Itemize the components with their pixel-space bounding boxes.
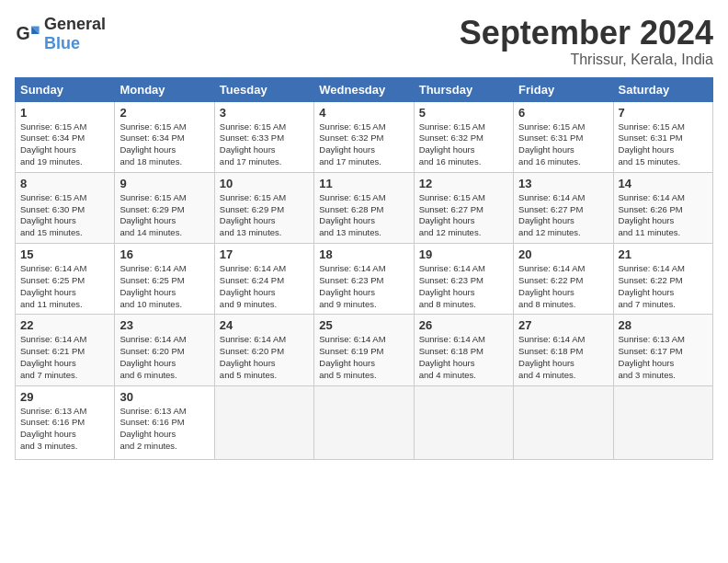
table-row: 21 Sunrise: 6:14 AM Sunset: 6:22 PM Dayl…: [613, 244, 712, 315]
table-row: 26 Sunrise: 6:14 AM Sunset: 6:18 PM Dayl…: [414, 315, 513, 385]
logo-icon: G: [15, 21, 40, 47]
day-number: 25: [319, 318, 408, 332]
day-number: 3: [220, 106, 309, 120]
day-info: Sunrise: 6:13 AM Sunset: 6:17 PM Dayligh…: [619, 334, 708, 381]
table-row: 14 Sunrise: 6:14 AM Sunset: 6:26 PM Dayl…: [613, 172, 712, 243]
day-number: 24: [220, 318, 309, 332]
day-number: 12: [419, 177, 508, 190]
table-row: 30 Sunrise: 6:13 AM Sunset: 6:16 PM Dayl…: [115, 385, 214, 459]
table-row: 10 Sunrise: 6:15 AM Sunset: 6:29 PM Dayl…: [214, 172, 313, 243]
table-row: 22 Sunrise: 6:14 AM Sunset: 6:21 PM Dayl…: [16, 315, 115, 385]
table-row: [613, 385, 712, 459]
day-number: 28: [619, 318, 708, 332]
day-info: Sunrise: 6:14 AM Sunset: 6:22 PM Dayligh…: [518, 263, 608, 310]
day-info: Sunrise: 6:14 AM Sunset: 6:24 PM Dayligh…: [220, 263, 309, 310]
day-info: Sunrise: 6:14 AM Sunset: 6:19 PM Dayligh…: [319, 334, 408, 381]
day-number: 11: [319, 177, 408, 190]
table-row: 20 Sunrise: 6:14 AM Sunset: 6:22 PM Dayl…: [514, 244, 613, 315]
day-number: 22: [20, 318, 109, 332]
table-row: 15 Sunrise: 6:14 AM Sunset: 6:25 PM Dayl…: [16, 244, 115, 315]
table-row: 11 Sunrise: 6:15 AM Sunset: 6:28 PM Dayl…: [314, 172, 414, 243]
logo: G General Blue: [15, 15, 106, 53]
day-info: Sunrise: 6:15 AM Sunset: 6:30 PM Dayligh…: [20, 192, 109, 239]
day-info: Sunrise: 6:15 AM Sunset: 6:32 PM Dayligh…: [319, 121, 408, 168]
header-wednesday: Wednesday: [314, 77, 414, 101]
title-block: September 2024 Thrissur, Kerala, India: [460, 15, 713, 68]
day-info: Sunrise: 6:15 AM Sunset: 6:34 PM Dayligh…: [20, 121, 109, 168]
table-row: 29 Sunrise: 6:13 AM Sunset: 6:16 PM Dayl…: [16, 385, 115, 459]
day-number: 16: [119, 247, 209, 261]
day-number: 15: [20, 247, 109, 261]
table-row: 8 Sunrise: 6:15 AM Sunset: 6:30 PM Dayli…: [16, 172, 115, 243]
day-info: Sunrise: 6:14 AM Sunset: 6:23 PM Dayligh…: [419, 263, 508, 310]
day-info: Sunrise: 6:14 AM Sunset: 6:25 PM Dayligh…: [20, 263, 109, 310]
day-info: Sunrise: 6:15 AM Sunset: 6:33 PM Dayligh…: [220, 121, 309, 168]
table-row: 6 Sunrise: 6:15 AM Sunset: 6:31 PM Dayli…: [514, 101, 613, 172]
table-row: 5 Sunrise: 6:15 AM Sunset: 6:32 PM Dayli…: [414, 101, 513, 172]
day-number: 26: [419, 318, 508, 332]
table-row: [414, 385, 513, 459]
day-info: Sunrise: 6:13 AM Sunset: 6:16 PM Dayligh…: [119, 406, 209, 453]
location-title: Thrissur, Kerala, India: [460, 52, 713, 68]
day-info: Sunrise: 6:15 AM Sunset: 6:34 PM Dayligh…: [119, 121, 209, 168]
header-saturday: Saturday: [613, 77, 712, 101]
table-row: 7 Sunrise: 6:15 AM Sunset: 6:31 PM Dayli…: [613, 101, 712, 172]
day-info: Sunrise: 6:14 AM Sunset: 6:21 PM Dayligh…: [20, 334, 109, 381]
header-tuesday: Tuesday: [214, 77, 313, 101]
logo-text: General Blue: [44, 15, 106, 53]
day-info: Sunrise: 6:15 AM Sunset: 6:27 PM Dayligh…: [419, 192, 508, 239]
day-info: Sunrise: 6:15 AM Sunset: 6:29 PM Dayligh…: [119, 192, 209, 239]
day-number: 1: [20, 106, 109, 120]
days-header-row: Sunday Monday Tuesday Wednesday Thursday…: [16, 77, 713, 101]
day-number: 8: [20, 177, 109, 190]
table-row: 23 Sunrise: 6:14 AM Sunset: 6:20 PM Dayl…: [115, 315, 214, 385]
day-number: 19: [419, 247, 508, 261]
day-number: 30: [119, 390, 209, 404]
month-title: September 2024: [460, 15, 713, 52]
day-info: Sunrise: 6:14 AM Sunset: 6:20 PM Dayligh…: [119, 334, 209, 381]
table-row: 2 Sunrise: 6:15 AM Sunset: 6:34 PM Dayli…: [115, 101, 214, 172]
table-row: 1 Sunrise: 6:15 AM Sunset: 6:34 PM Dayli…: [16, 101, 115, 172]
table-row: 25 Sunrise: 6:14 AM Sunset: 6:19 PM Dayl…: [314, 315, 414, 385]
day-number: 29: [20, 390, 109, 404]
day-number: 2: [119, 106, 209, 120]
day-info: Sunrise: 6:15 AM Sunset: 6:29 PM Dayligh…: [220, 192, 309, 239]
day-info: Sunrise: 6:14 AM Sunset: 6:26 PM Dayligh…: [619, 192, 708, 239]
table-row: 19 Sunrise: 6:14 AM Sunset: 6:23 PM Dayl…: [414, 244, 513, 315]
day-info: Sunrise: 6:13 AM Sunset: 6:16 PM Dayligh…: [20, 406, 109, 453]
header: G General Blue September 2024 Thrissur, …: [15, 15, 713, 68]
logo-blue: Blue: [44, 34, 80, 52]
day-info: Sunrise: 6:14 AM Sunset: 6:18 PM Dayligh…: [419, 334, 508, 381]
day-number: 23: [119, 318, 209, 332]
table-row: [514, 385, 613, 459]
day-number: 21: [619, 247, 708, 261]
day-info: Sunrise: 6:14 AM Sunset: 6:20 PM Dayligh…: [220, 334, 309, 381]
table-row: 27 Sunrise: 6:14 AM Sunset: 6:18 PM Dayl…: [514, 315, 613, 385]
table-row: [214, 385, 313, 459]
day-number: 13: [518, 177, 608, 190]
day-info: Sunrise: 6:15 AM Sunset: 6:31 PM Dayligh…: [518, 121, 608, 168]
day-info: Sunrise: 6:15 AM Sunset: 6:31 PM Dayligh…: [619, 121, 708, 168]
day-number: 18: [319, 247, 408, 261]
table-row: 13 Sunrise: 6:14 AM Sunset: 6:27 PM Dayl…: [514, 172, 613, 243]
day-number: 27: [518, 318, 608, 332]
day-info: Sunrise: 6:14 AM Sunset: 6:27 PM Dayligh…: [518, 192, 608, 239]
table-row: 16 Sunrise: 6:14 AM Sunset: 6:25 PM Dayl…: [115, 244, 214, 315]
table-row: 17 Sunrise: 6:14 AM Sunset: 6:24 PM Dayl…: [214, 244, 313, 315]
calendar-table: Sunday Monday Tuesday Wednesday Thursday…: [15, 77, 713, 460]
day-number: 20: [518, 247, 608, 261]
day-info: Sunrise: 6:14 AM Sunset: 6:25 PM Dayligh…: [119, 263, 209, 310]
logo-general: General: [44, 15, 106, 33]
day-number: 6: [518, 106, 608, 120]
table-row: 9 Sunrise: 6:15 AM Sunset: 6:29 PM Dayli…: [115, 172, 214, 243]
table-row: [314, 385, 414, 459]
day-number: 7: [619, 106, 708, 120]
table-row: 3 Sunrise: 6:15 AM Sunset: 6:33 PM Dayli…: [214, 101, 313, 172]
table-row: 18 Sunrise: 6:14 AM Sunset: 6:23 PM Dayl…: [314, 244, 414, 315]
svg-text:G: G: [16, 23, 29, 43]
day-number: 4: [319, 106, 408, 120]
table-row: 4 Sunrise: 6:15 AM Sunset: 6:32 PM Dayli…: [314, 101, 414, 172]
day-info: Sunrise: 6:14 AM Sunset: 6:22 PM Dayligh…: [619, 263, 708, 310]
day-info: Sunrise: 6:15 AM Sunset: 6:28 PM Dayligh…: [319, 192, 408, 239]
day-number: 5: [419, 106, 508, 120]
